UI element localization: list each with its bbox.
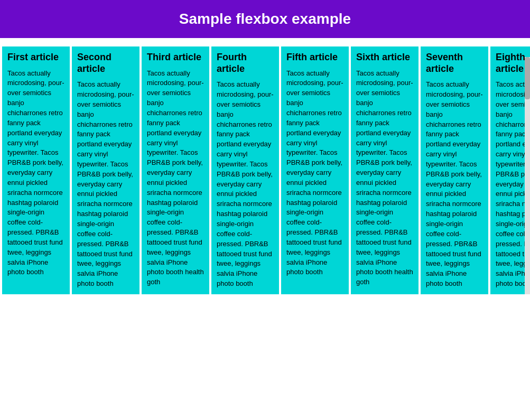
article-title-third: Third article — [147, 52, 204, 63]
article-title-fourth: Fourth article — [217, 52, 274, 74]
article-fourth: Fourth articleTacos actually microdosing… — [211, 46, 279, 294]
article-body-third: Tacos actually microdosing, pour-over se… — [147, 69, 204, 288]
article-fifth: Fifth articleTacos actually microdosing,… — [281, 46, 349, 294]
article-body-sixth: Tacos actually microdosing, pour-over se… — [356, 69, 413, 288]
article-third: Third articleTacos actually microdosing,… — [142, 46, 209, 294]
page-header: Sample flexbox example — [0, 0, 530, 38]
page-title: Sample flexbox example — [11, 11, 519, 27]
article-title-seventh: Seventh article — [426, 52, 483, 74]
article-seventh: Seventh articleTacos actually microdosin… — [421, 46, 488, 294]
article-body-first: Tacos actually microdosing, pour-over se… — [7, 69, 64, 278]
article-eighth: Eighth articleTacos actually microdosing… — [490, 46, 530, 294]
article-body-fifth: Tacos actually microdosing, pour-over se… — [286, 69, 343, 278]
article-title-second: Second article — [77, 52, 134, 74]
articles-flex-container: First articleTacos actually microdosing,… — [0, 46, 530, 294]
scrollbar-thumb[interactable] — [525, 57, 530, 99]
article-body-second: Tacos actually microdosing, pour-over se… — [77, 80, 134, 289]
article-first: First articleTacos actually microdosing,… — [2, 46, 70, 294]
page-wrapper: Sample flexbox example First articleTaco… — [0, 0, 530, 294]
article-title-fifth: Fifth article — [286, 52, 343, 63]
article-sixth: Sixth articleTacos actually microdosing,… — [351, 46, 419, 294]
article-body-fourth: Tacos actually microdosing, pour-over se… — [217, 80, 274, 289]
article-body-seventh: Tacos actually microdosing, pour-over se… — [426, 80, 483, 289]
article-title-sixth: Sixth article — [356, 52, 413, 63]
article-title-first: First article — [7, 52, 64, 63]
article-second: Second articleTacos actually microdosing… — [72, 46, 140, 294]
spacer — [0, 38, 530, 46]
